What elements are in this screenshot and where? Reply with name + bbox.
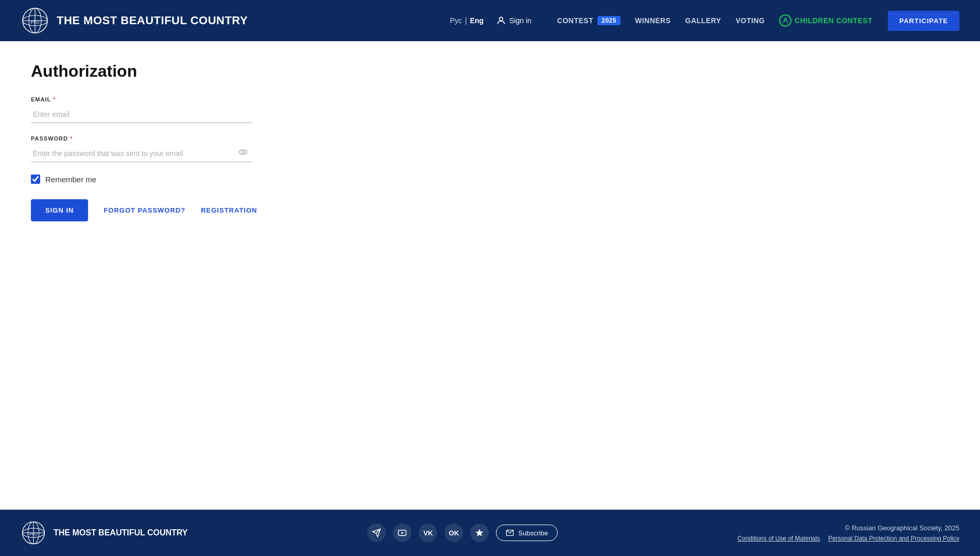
footer-right: © Russian Geographical Society, 2025 Con… [737, 524, 959, 542]
page-title: Authorization [31, 62, 949, 81]
email-input[interactable] [31, 106, 252, 123]
remember-me-checkbox[interactable] [31, 175, 40, 184]
password-label: PASSWORD * [31, 135, 949, 142]
toggle-password-icon[interactable] [238, 147, 248, 160]
password-input-wrapper [31, 145, 252, 162]
email-group: EMAIL * [31, 96, 949, 123]
svg-text:РГО: РГО [29, 532, 37, 536]
footer-links: Conditions of Use of Materials Personal … [737, 535, 959, 542]
registration-link[interactable]: REGISTRATION [201, 206, 257, 214]
telegram-icon[interactable] [367, 524, 386, 542]
lang-switcher: Рус | Eng [450, 16, 484, 25]
nav-children[interactable]: CHILDREN CONTEST [774, 11, 878, 30]
svg-point-9 [242, 151, 244, 153]
footer: РГО THE MOST BEAUTIFUL COUNTRY VK OK [0, 510, 980, 556]
svg-text:РГО: РГО [30, 20, 39, 25]
star-icon[interactable] [470, 524, 489, 542]
forgot-password-link[interactable]: FORGOT PASSWORD? [104, 206, 185, 214]
lang-ru[interactable]: Рус [450, 16, 462, 25]
header-right: Рус | Eng Sign in CONTEST 2025 WINNERS G… [450, 11, 959, 31]
contest-badge: 2025 [597, 16, 621, 25]
children-icon [779, 14, 792, 27]
svg-marker-18 [476, 529, 484, 536]
form-actions: SIGN IN FORGOT PASSWORD? REGISTRATION [31, 199, 949, 221]
vk-label: VK [423, 529, 433, 537]
email-required: * [51, 96, 56, 102]
svg-point-7 [784, 18, 787, 21]
ok-icon[interactable]: OK [444, 524, 463, 542]
nav-voting[interactable]: VOTING [730, 13, 770, 28]
svg-point-6 [500, 17, 503, 21]
footer-social: VK OK Subscribe [367, 524, 558, 542]
vk-icon[interactable]: VK [419, 524, 437, 542]
remember-me-label[interactable]: Remember me [45, 175, 96, 184]
logo-globe: РГО [21, 6, 49, 35]
remember-me-row: Remember me [31, 175, 949, 184]
footer-logo: РГО [21, 520, 46, 546]
conditions-link[interactable]: Conditions of Use of Materials [737, 535, 820, 542]
password-input[interactable] [31, 145, 252, 162]
nav-contest[interactable]: CONTEST 2025 [552, 13, 626, 28]
nav-gallery[interactable]: GALLERY [680, 13, 727, 28]
subscribe-button[interactable]: Subscribe [496, 525, 558, 541]
sign-in-label: Sign in [509, 16, 531, 25]
footer-copyright: © Russian Geographical Society, 2025 [737, 524, 959, 532]
svg-point-8 [239, 150, 247, 154]
person-icon [496, 15, 506, 26]
email-label: EMAIL * [31, 96, 949, 102]
sign-in-header-btn[interactable]: Sign in [496, 15, 531, 26]
ok-label: OK [449, 529, 459, 537]
privacy-link[interactable]: Personal Data Protection and Processing … [828, 535, 959, 542]
lang-en[interactable]: Eng [470, 16, 484, 25]
footer-title: THE MOST BEAUTIFUL COUNTRY [54, 528, 187, 537]
svg-marker-17 [402, 532, 404, 534]
participate-button[interactable]: PARTICIPATE [888, 11, 959, 31]
main-content: Authorization EMAIL * PASSWORD * Remembe… [0, 41, 980, 510]
header-left: РГО THE MOST BEAUTIFUL COUNTRY [21, 6, 248, 35]
footer-left: РГО THE MOST BEAUTIFUL COUNTRY [21, 520, 187, 546]
mail-icon [506, 529, 514, 537]
lang-divider: | [465, 16, 467, 25]
main-nav: CONTEST 2025 WINNERS GALLERY VOTING CHIL… [552, 11, 959, 31]
youtube-icon[interactable] [393, 524, 411, 542]
password-required: * [68, 135, 73, 142]
email-input-wrapper [31, 106, 252, 123]
sign-in-submit-button[interactable]: SIGN IN [31, 199, 88, 221]
password-group: PASSWORD * [31, 135, 949, 162]
nav-winners[interactable]: WINNERS [630, 13, 676, 28]
site-title: THE MOST BEAUTIFUL COUNTRY [57, 14, 248, 27]
header: РГО THE MOST BEAUTIFUL COUNTRY Рус | Eng… [0, 0, 980, 41]
